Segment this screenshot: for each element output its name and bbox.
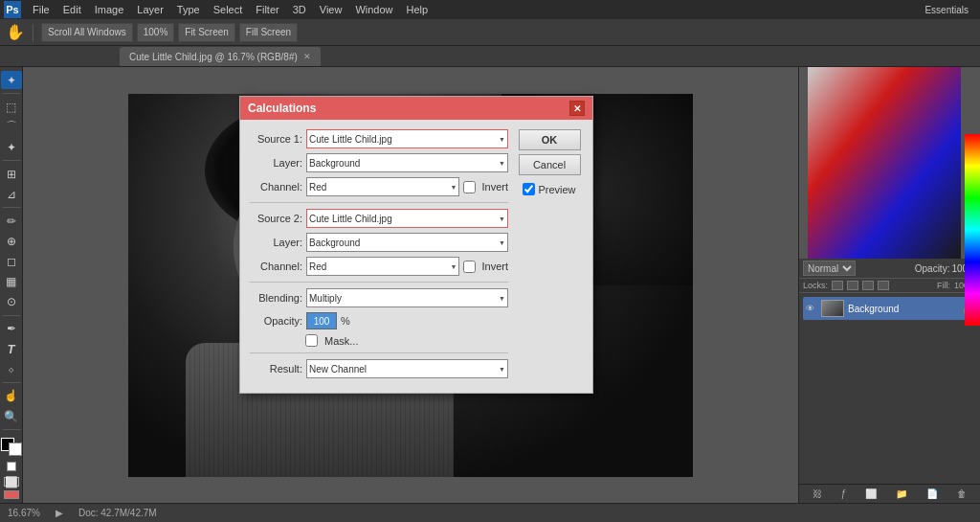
- hand-tool-icon[interactable]: ✋: [6, 23, 25, 41]
- stamp-tool-btn[interactable]: ⊕: [1, 232, 22, 250]
- tab-filename: Cute Little Child.jpg @ 16.7% (RGB/8#): [129, 52, 298, 62]
- delete-layer-btn[interactable]: 🗑: [957, 488, 967, 499]
- layer2-row: Layer: Background: [250, 233, 508, 252]
- blending-row: Blending: Multiply: [250, 288, 508, 307]
- lock-icon-4[interactable]: [878, 281, 889, 290]
- screen-mode-icon[interactable]: ⬜: [4, 477, 19, 487]
- channel1-row: Channel: Red Invert: [250, 177, 508, 196]
- source1-select[interactable]: Cute Little Child.jpg: [306, 129, 508, 148]
- shape-tool-btn[interactable]: ⬦: [1, 360, 22, 378]
- document-tab[interactable]: Cute Little Child.jpg @ 16.7% (RGB/8#) ✕: [120, 47, 321, 66]
- source2-select-wrapper: Cute Little Child.jpg: [306, 209, 508, 228]
- invert2-checkbox[interactable]: [463, 261, 476, 273]
- dialog-buttons: OK Cancel Preview: [516, 129, 583, 383]
- new-group-btn[interactable]: 📁: [896, 488, 907, 499]
- result-row: Result: New Channel: [250, 359, 508, 378]
- source2-label: Source 2:: [250, 213, 302, 224]
- link-layers-btn[interactable]: ⛓: [813, 488, 822, 499]
- menu-file[interactable]: File: [27, 2, 56, 17]
- channel1-label: Channel:: [250, 181, 302, 193]
- brush-tool-btn[interactable]: ✏: [1, 212, 22, 230]
- layer1-select[interactable]: Background: [306, 153, 508, 172]
- lock-icon-1[interactable]: [832, 281, 843, 290]
- eyedropper-btn[interactable]: ⊿: [1, 185, 22, 203]
- cancel-button[interactable]: Cancel: [519, 154, 581, 175]
- channel1-select-wrapper: Red: [306, 177, 459, 196]
- layer-mode-select[interactable]: Normal: [803, 261, 856, 276]
- layer-row-background[interactable]: 👁 Background 🔒: [803, 297, 976, 320]
- layer-thumbnail: [821, 300, 844, 317]
- channel2-select-wrapper: Red: [306, 257, 459, 276]
- tool-separator-2: [3, 160, 20, 161]
- layers-bottom-bar: ⛓ ƒ ⬜ 📁 📄 🗑: [799, 484, 980, 503]
- lasso-tool-btn[interactable]: ⌒: [1, 118, 22, 136]
- fit-screen-btn[interactable]: Fit Screen: [178, 23, 235, 42]
- menu-view[interactable]: View: [314, 2, 348, 17]
- dodge-tool-btn[interactable]: ⊙: [1, 293, 22, 311]
- tool-separator-3: [3, 207, 20, 208]
- mask-checkbox[interactable]: [305, 334, 318, 347]
- invert1-checkbox[interactable]: [463, 181, 476, 193]
- opacity-input[interactable]: [306, 312, 337, 329]
- pen-tool-btn[interactable]: ✒: [1, 320, 22, 338]
- menu-filter[interactable]: Filter: [250, 2, 284, 17]
- layer-visibility-icon[interactable]: 👁: [806, 304, 817, 313]
- layer1-row: Layer: Background: [250, 153, 508, 172]
- menu-3d[interactable]: 3D: [287, 2, 312, 17]
- magic-wand-btn[interactable]: ✦: [1, 138, 22, 156]
- channel2-label: Channel:: [250, 261, 302, 272]
- move-tool-btn[interactable]: ✦: [1, 71, 22, 89]
- source1-select-wrapper: Cute Little Child.jpg: [306, 129, 508, 148]
- menu-image[interactable]: Image: [89, 2, 130, 17]
- quick-mask-icon: [7, 462, 16, 471]
- fill-screen-btn[interactable]: Fill Screen: [239, 23, 298, 42]
- divider-2: [250, 282, 508, 283]
- text-tool-btn[interactable]: T: [1, 340, 22, 358]
- tool-separator-6: [3, 429, 20, 430]
- zoom-level: 16.67%: [8, 508, 40, 518]
- background-color[interactable]: [9, 443, 22, 456]
- preview-label: Preview: [538, 184, 575, 195]
- scroll-all-btn[interactable]: Scroll All Windows: [41, 23, 133, 42]
- ok-button[interactable]: OK: [519, 129, 581, 150]
- color-swatch-icon: [4, 490, 19, 499]
- preview-checkbox[interactable]: [523, 183, 535, 195]
- tab-close-btn[interactable]: ✕: [303, 52, 311, 61]
- layer2-select[interactable]: Background: [306, 233, 508, 252]
- crop-tool-btn[interactable]: ⊞: [1, 165, 22, 183]
- menubar: Ps File Edit Image Layer Type Select Fil…: [0, 0, 980, 19]
- eraser-tool-btn[interactable]: ◻: [1, 253, 22, 271]
- lock-icon-3[interactable]: [862, 281, 874, 290]
- add-mask-btn[interactable]: ⬜: [865, 488, 877, 499]
- hand-tool-btn[interactable]: ☝: [1, 387, 22, 405]
- source2-select[interactable]: Cute Little Child.jpg: [306, 209, 508, 228]
- menu-edit[interactable]: Edit: [57, 2, 87, 17]
- menu-window[interactable]: Window: [349, 2, 398, 17]
- options-toolbar: ✋ Scroll All Windows 100% Fit Screen Fil…: [0, 19, 980, 46]
- marquee-tool-btn[interactable]: ⬚: [1, 98, 22, 116]
- gradient-tool-btn[interactable]: ▦: [1, 273, 22, 291]
- menu-type[interactable]: Type: [171, 2, 206, 17]
- menu-layer[interactable]: Layer: [131, 2, 169, 17]
- zoom-100-btn[interactable]: 100%: [137, 23, 175, 42]
- zoom-tool-btn[interactable]: 🔍: [1, 407, 22, 425]
- menu-help[interactable]: Help: [401, 2, 434, 17]
- statusbar-arrow[interactable]: ▶: [56, 508, 63, 518]
- menu-select[interactable]: Select: [208, 2, 249, 17]
- fill-row: Locks: Fill: 100%: [799, 279, 980, 293]
- blending-select-wrapper: Multiply: [306, 288, 508, 307]
- tool-separator: [3, 93, 20, 94]
- source2-row: Source 2: Cute Little Child.jpg: [250, 209, 508, 228]
- color-picker-area: [808, 67, 961, 259]
- result-select[interactable]: New Channel: [306, 359, 508, 378]
- dialog-close-btn[interactable]: ✕: [569, 101, 585, 116]
- fg-bg-colors[interactable]: [1, 438, 22, 456]
- add-style-btn[interactable]: ƒ: [841, 488, 847, 499]
- new-layer-btn[interactable]: 📄: [926, 488, 938, 499]
- channel1-select[interactable]: Red: [306, 177, 459, 196]
- channel2-select[interactable]: Red: [306, 257, 459, 276]
- layers-section: Normal Opacity: 100% Locks: Fill: 100% 👁: [799, 259, 980, 484]
- layer-name-label: Background: [848, 304, 958, 314]
- lock-icon-2[interactable]: [847, 281, 858, 290]
- blending-select[interactable]: Multiply: [306, 288, 508, 307]
